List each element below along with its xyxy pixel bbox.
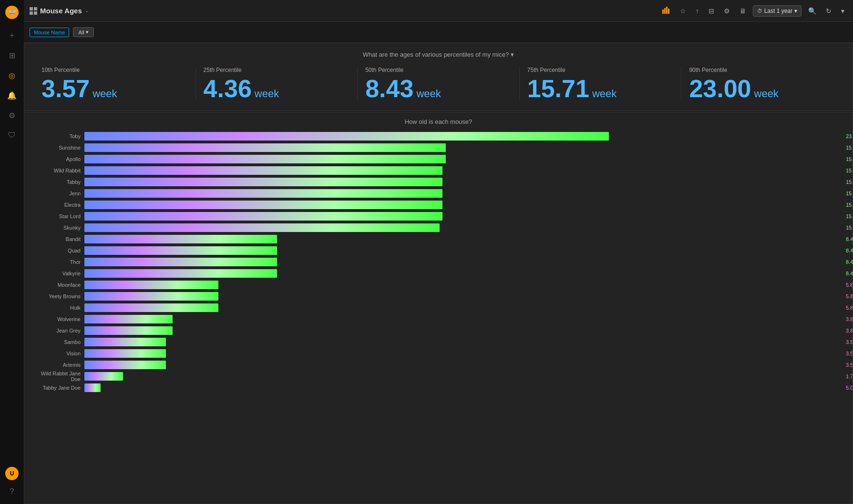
- bar-value: 15.71 week: [846, 191, 853, 196]
- bar-area: 15.57 week: [84, 223, 845, 232]
- table-row: Quad 8.43 week: [32, 245, 845, 256]
- percentile-unit: week: [592, 88, 617, 100]
- bar-area: 15.86 week: [84, 143, 845, 152]
- bar-label: Yeety Browns: [32, 293, 84, 299]
- bar-area: 23.00 week: [84, 132, 845, 141]
- bar-fill: [84, 155, 446, 163]
- bar-label: Wolverine: [32, 316, 84, 322]
- percentile-value: 15.71 week: [527, 76, 674, 101]
- mouse-name-filter[interactable]: Mouse Name: [30, 28, 69, 37]
- bar-area: 3.57 week: [84, 361, 845, 369]
- table-row: Sunshine 15.86 week: [32, 142, 845, 153]
- bar-value: 15.71 week: [846, 213, 853, 219]
- sidebar-settings[interactable]: ⚙: [3, 107, 21, 124]
- sidebar-alerts[interactable]: 🔔: [3, 87, 21, 104]
- bar-label: Artemis: [32, 362, 84, 368]
- svg-text:🐭: 🐭: [8, 9, 17, 17]
- bar-fill: [84, 349, 166, 358]
- share-btn[interactable]: ↑: [693, 5, 702, 17]
- bar-area: 3.57 week: [84, 338, 845, 346]
- monitor-btn[interactable]: 🖥: [737, 5, 749, 17]
- bar-value: 8.43 week: [846, 236, 853, 242]
- bar-label: Apollo: [32, 156, 84, 162]
- bar-label: Tabby Jane Doe: [32, 385, 84, 391]
- bar-area: 15.71 week: [84, 201, 845, 209]
- bar-value: 5.00 day: [846, 385, 853, 391]
- bar-area: 15.71 week: [84, 178, 845, 186]
- sidebar-help[interactable]: ?: [3, 483, 21, 500]
- bar-fill: [84, 201, 442, 209]
- refresh-btn[interactable]: ↻: [823, 5, 834, 17]
- bar-fill: [84, 143, 446, 152]
- bar-fill: [84, 281, 218, 289]
- bar-area: 15.86 week: [84, 155, 845, 163]
- percentile-value: 23.00 week: [689, 76, 835, 101]
- bar-fill: [84, 303, 218, 312]
- bar-label: Wild Rabbit: [32, 168, 84, 173]
- table-row: Electra 15.71 week: [32, 200, 845, 210]
- sidebar-explore[interactable]: ◎: [3, 67, 21, 84]
- bar-fill: [84, 132, 609, 141]
- table-row: Apollo 15.86 week: [32, 154, 845, 164]
- bar-area: 15.71 week: [84, 189, 845, 198]
- bar-value: 5.86 week: [846, 293, 853, 299]
- bar-label: Moonface: [32, 282, 84, 288]
- bar-fill: [84, 258, 277, 266]
- percentile-label: 50th Percentile: [365, 67, 512, 73]
- table-row: Yeety Browns 5.86 week: [32, 291, 845, 302]
- percentile-item: 25th Percentile 4.36 week: [196, 67, 358, 101]
- zoom-btn[interactable]: 🔍: [805, 5, 819, 17]
- bar-value: 15.71 week: [846, 202, 853, 208]
- bar-value: 5.86 week: [846, 305, 853, 311]
- bar-value: 15.86 week: [846, 145, 853, 151]
- sidebar-dashboard[interactable]: ⊞: [3, 47, 21, 64]
- table-row: Star Lord 15.71 week: [32, 211, 845, 222]
- table-row: Jenn 15.71 week: [32, 188, 845, 199]
- page-title: Mouse Ages -: [30, 7, 88, 15]
- star-btn[interactable]: ☆: [677, 5, 689, 17]
- bar-area: 8.43 week: [84, 246, 845, 255]
- bar-value: 8.43 week: [846, 271, 853, 276]
- bar-label: Wild Rabbit Jane Doe: [32, 371, 84, 382]
- bar-value: 3.57 week: [846, 362, 853, 368]
- bar-area: 5.86 week: [84, 281, 845, 289]
- bar-label: Hulk: [32, 305, 84, 311]
- sidebar-add[interactable]: ＋: [3, 27, 21, 44]
- bar-label: Vision: [32, 351, 84, 356]
- bar-fill: [84, 383, 101, 392]
- bar-area: 8.43 week: [84, 258, 845, 266]
- bar-area: 15.71 week: [84, 212, 845, 221]
- chart-container: Toby 23.00 week Sunshine 15.86 week Apol…: [32, 131, 845, 393]
- bar-area: 5.00 day: [84, 383, 845, 392]
- bar-area: 8.43 week: [84, 235, 845, 243]
- time-picker[interactable]: ⏱ Last 1 year ▾: [753, 5, 802, 17]
- more-btn[interactable]: ▾: [838, 5, 847, 17]
- svg-rect-4: [666, 7, 668, 14]
- time-dropdown-icon: ▾: [794, 8, 797, 14]
- table-row: Moonface 5.86 week: [32, 280, 845, 290]
- app-logo: 🐭: [3, 4, 21, 21]
- bar-label: Jean Grey: [32, 328, 84, 333]
- percentile-number: 15.71: [527, 76, 589, 101]
- config-btn[interactable]: ⚙: [721, 5, 733, 17]
- bar-fill: [84, 166, 442, 175]
- percentile-unit: week: [416, 88, 441, 100]
- bar-area: 3.86 week: [84, 315, 845, 323]
- bar-value: 3.57 week: [846, 339, 853, 345]
- sidebar-shield[interactable]: 🛡: [3, 127, 21, 144]
- chart-icon-btn[interactable]: [659, 4, 673, 18]
- percentile-item: 10th Percentile 3.57 week: [34, 67, 196, 101]
- bar-label: Quad: [32, 248, 84, 253]
- bar-area: 15.71 week: [84, 166, 845, 175]
- bar-area: 1.71 week: [84, 372, 845, 381]
- user-avatar[interactable]: U: [5, 467, 19, 480]
- library-btn[interactable]: ⊟: [706, 5, 717, 17]
- dashboard-title: Mouse Ages: [40, 7, 82, 15]
- percentile-question: What are the ages of various percentiles…: [34, 51, 843, 58]
- filter-all-dropdown[interactable]: All ▾: [73, 27, 93, 37]
- clock-icon: ⏱: [757, 8, 762, 14]
- table-row: Wolverine 3.86 week: [32, 314, 845, 324]
- table-row: Jean Grey 3.86 week: [32, 325, 845, 336]
- bar-fill: [84, 269, 277, 278]
- percentile-label: 90th Percentile: [689, 67, 835, 73]
